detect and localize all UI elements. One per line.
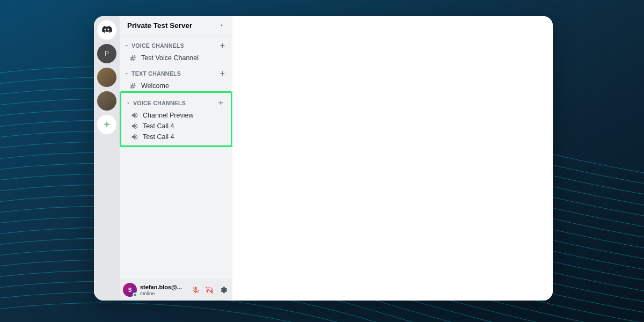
hash-icon	[129, 82, 139, 90]
channel-name: Test Voice Channel	[139, 54, 199, 62]
server-icon-image-2[interactable]	[97, 91, 116, 111]
speaker-icon	[131, 112, 141, 119]
server-name: Private Test Server	[127, 21, 192, 30]
online-status-icon	[133, 292, 137, 297]
add-channel-button[interactable]: +	[220, 41, 228, 50]
chevron-down-icon	[123, 43, 130, 48]
mute-mic-button[interactable]	[189, 284, 201, 296]
app-window: P + Private Test Server VOICE CHANNELS+T…	[94, 16, 553, 301]
add-channel-button[interactable]: +	[220, 69, 228, 78]
channel-name: Channel Preview	[141, 112, 194, 119]
channel-name: Welcome	[139, 82, 169, 90]
user-avatar[interactable]: S	[123, 283, 137, 297]
server-icon-letter[interactable]: P	[97, 44, 116, 63]
section-header[interactable]: TEXT CHANNELS+	[120, 63, 232, 80]
channel-item[interactable]: Test Call 4	[121, 121, 231, 131]
section-title: TEXT CHANNELS	[130, 70, 220, 77]
channel-item[interactable]: Test Call 4	[121, 131, 231, 142]
chevron-down-icon	[125, 100, 132, 106]
user-controls	[189, 284, 229, 296]
section-header[interactable]: VOICE CHANNELS+	[121, 93, 231, 110]
add-channel-button[interactable]: +	[218, 98, 226, 108]
user-status: Online	[140, 290, 189, 296]
channel-section-0: VOICE CHANNELS+Test Voice Channel	[120, 35, 232, 63]
speaker-icon	[131, 133, 141, 141]
section-header[interactable]: VOICE CHANNELS+	[120, 35, 232, 53]
discord-logo-icon	[101, 25, 112, 35]
chevron-down-icon	[123, 71, 130, 76]
main-content	[232, 16, 553, 301]
user-name: stefan.blos@...	[140, 284, 189, 290]
section-title: VOICE CHANNELS	[130, 42, 220, 49]
server-rail: P +	[94, 16, 120, 301]
chevron-down-icon	[218, 21, 225, 31]
add-server-button[interactable]: +	[97, 115, 116, 134]
user-info: stefan.blos@... Online	[137, 284, 189, 296]
channel-item[interactable]: Test Voice Channel	[120, 53, 232, 63]
channel-sidebar: Private Test Server VOICE CHANNELS+Test …	[120, 16, 232, 301]
speaker-icon	[131, 122, 141, 130]
user-panel: S stefan.blos@... Online	[120, 279, 232, 301]
server-icon-image-1[interactable]	[97, 68, 116, 87]
settings-button[interactable]	[217, 284, 229, 296]
deafen-button[interactable]	[203, 284, 215, 296]
channel-item[interactable]: Welcome	[120, 80, 232, 91]
home-server-icon[interactable]	[97, 20, 116, 40]
hash-icon	[129, 54, 139, 62]
section-title: VOICE CHANNELS	[132, 100, 218, 106]
channel-section-1: TEXT CHANNELS+Welcome	[120, 63, 232, 91]
channel-item[interactable]: Channel Preview	[121, 110, 231, 121]
channel-name: Test Call 4	[141, 122, 174, 130]
channel-section-2: VOICE CHANNELS+Channel PreviewTest Call …	[120, 91, 232, 147]
server-header[interactable]: Private Test Server	[120, 16, 232, 35]
channel-name: Test Call 4	[141, 133, 174, 141]
